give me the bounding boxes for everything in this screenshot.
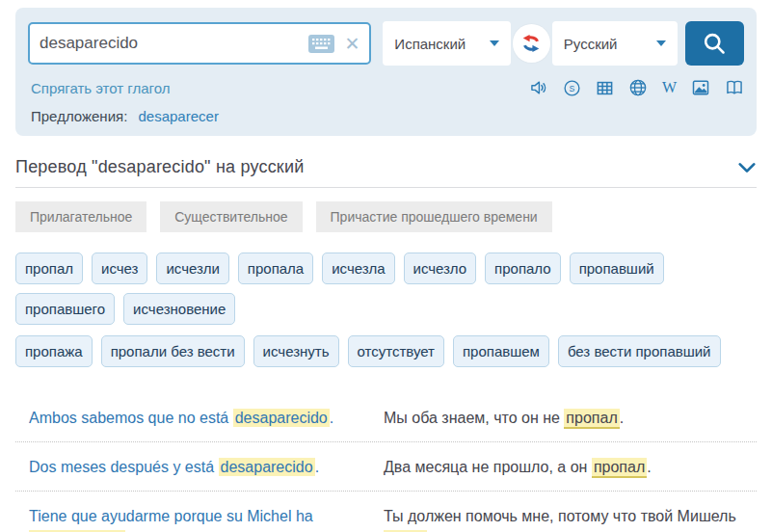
source-text: .	[330, 410, 333, 426]
translation-chip[interactable]: пропавшем	[453, 335, 549, 367]
source-language-select[interactable]: Испанский	[383, 21, 510, 66]
example-row: Dos meses después y está desaparecido. Д…	[15, 442, 757, 492]
source-text: .	[315, 459, 319, 475]
examples-list: Ambos sabemos que no está desaparecido. …	[15, 393, 757, 532]
example-row: Tiene que ayudarme porque su Michel ha d…	[15, 492, 757, 532]
example-row: Ambos sabemos que no está desaparecido. …	[15, 393, 757, 442]
svg-text:S: S	[569, 83, 574, 93]
source-text: Dos meses después y está	[29, 459, 219, 475]
globe-icon[interactable]	[628, 78, 648, 97]
target-text: Два месяца не прошло, а он	[384, 459, 592, 475]
source-text: Ambos sabemos que no está	[29, 410, 233, 426]
pos-tab-noun[interactable]: Существительное	[160, 201, 302, 232]
example-target: Ты должен помочь мне, потому что твой Ми…	[384, 505, 757, 532]
conjugate-verb-link[interactable]: Спрягать этот глагол	[31, 80, 170, 96]
source-highlight[interactable]: desaparecido	[233, 409, 330, 427]
pos-tab-adjective[interactable]: Прилагательное	[15, 201, 146, 232]
suggestions-label: Предложения:	[31, 108, 127, 124]
example-source: Tiene que ayudarme porque su Michel ha d…	[29, 505, 384, 532]
source-highlight[interactable]: desaparecido	[219, 458, 315, 476]
source-text: Tiene que ayudarme porque su Michel ha	[29, 508, 313, 524]
search-button[interactable]	[685, 21, 744, 66]
translation-chip[interactable]: без вести пропавший	[558, 335, 721, 367]
s-circle-icon[interactable]: S	[563, 79, 581, 97]
divider	[15, 187, 757, 188]
translation-chip[interactable]: исчезла	[322, 253, 394, 284]
speaker-icon[interactable]	[529, 78, 548, 97]
translation-chip[interactable]: пропавший	[570, 253, 664, 284]
chevron-down-icon	[656, 40, 666, 46]
translation-chip[interactable]: пропажа	[15, 335, 93, 367]
wikipedia-icon[interactable]: W	[662, 80, 677, 95]
search-panel: ✕ Испанский Русский С	[15, 8, 757, 136]
translation-chip[interactable]: отсутствует	[348, 335, 444, 367]
example-source: Ambos sabemos que no está desaparecido.	[29, 407, 384, 429]
pos-tabs: Прилагательное Существительное Причастие…	[15, 201, 757, 232]
toolbar: S W	[529, 78, 744, 97]
translation-chip[interactable]: исчезли	[156, 253, 228, 284]
page-title: Перевод "desaparecido" на русский	[15, 157, 304, 177]
chevron-down-icon	[490, 40, 499, 46]
collapse-chevron-icon[interactable]	[737, 161, 757, 174]
translation-chip[interactable]: исчезнуть	[253, 335, 339, 367]
translation-chip[interactable]: исчезло	[404, 253, 477, 284]
target-language-label: Русский	[564, 36, 618, 52]
translation-chip[interactable]: пропал	[15, 253, 83, 284]
target-text: Ты должен помочь мне, потому что твой Ми…	[384, 508, 736, 524]
pos-tab-past-participle[interactable]: Причастие прошедшего времени	[316, 201, 552, 232]
translation-chip[interactable]: исчез	[92, 253, 147, 284]
target-text: .	[620, 410, 624, 426]
target-highlight[interactable]: пропал	[592, 458, 647, 478]
book-icon[interactable]	[725, 78, 744, 97]
translation-chips-row1: пропал исчез исчезли пропала исчезла исч…	[15, 253, 757, 325]
swap-languages-button[interactable]	[513, 24, 550, 63]
translation-chips-row2: пропажа пропали без вести исчезнуть отсу…	[15, 335, 757, 367]
image-icon[interactable]	[691, 78, 710, 97]
source-language-label: Испанский	[394, 36, 466, 52]
target-text: Мы оба знаем, что он не	[384, 410, 564, 426]
target-text: .	[647, 459, 651, 475]
virtual-keyboard-icon[interactable]	[308, 35, 334, 53]
example-target: Два месяца не прошло, а он пропал.	[384, 456, 757, 478]
table-icon[interactable]	[596, 79, 614, 97]
search-input[interactable]	[40, 34, 308, 53]
translation-chip[interactable]: исчезновение	[123, 293, 235, 325]
example-target: Мы оба знаем, что он не пропал.	[384, 407, 757, 429]
search-icon	[702, 31, 728, 57]
clear-search-icon[interactable]: ✕	[344, 35, 359, 53]
suggestion-link[interactable]: desaparecer	[138, 108, 218, 124]
search-box: ✕	[28, 22, 371, 65]
target-highlight[interactable]: пропал	[564, 409, 619, 429]
target-language-select[interactable]: Русский	[552, 21, 678, 66]
translation-chip[interactable]: пропала	[238, 253, 313, 284]
translation-chip[interactable]: пропавшего	[15, 293, 115, 325]
translation-chip[interactable]: пропало	[485, 253, 561, 284]
example-source: Dos meses después y está desaparecido.	[29, 456, 384, 478]
translation-chip[interactable]: пропали без вести	[101, 335, 245, 367]
